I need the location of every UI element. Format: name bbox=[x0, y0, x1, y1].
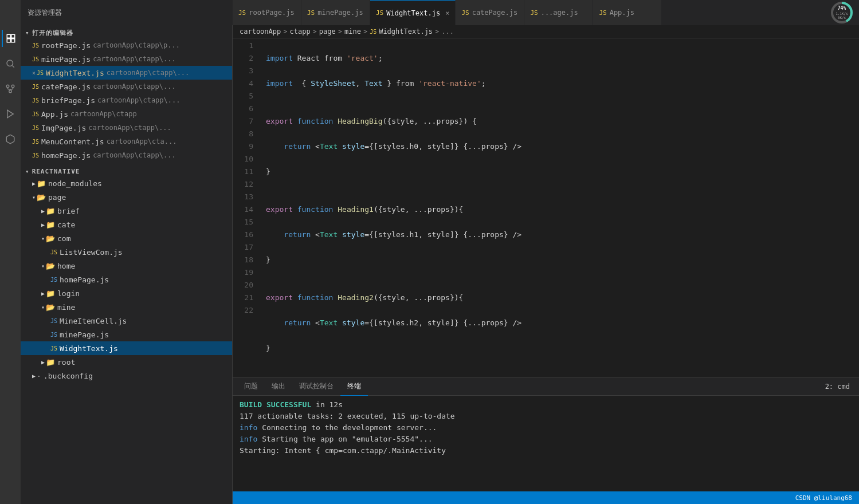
file-name: WidghtText.js bbox=[46, 69, 104, 77]
breadcrumb-sep: > bbox=[283, 27, 287, 36]
open-file-MenuContent[interactable]: JS MenuContent.js cartoonApp\cta... bbox=[21, 135, 232, 148]
search-icon[interactable] bbox=[2, 55, 19, 72]
svg-point-12 bbox=[6, 85, 9, 88]
folder-icon: 📁 bbox=[46, 358, 55, 367]
open-editors-list: JS rootPage.js cartoonApp\ctapp\p... JS … bbox=[21, 38, 232, 162]
js-breadcrumb-icon: JS bbox=[370, 29, 376, 35]
file-path: cartoonApp\ctapp\... bbox=[107, 69, 190, 77]
breadcrumb-page[interactable]: page bbox=[319, 27, 336, 36]
tab-rootPage[interactable]: JS rootPage.js bbox=[233, 0, 301, 25]
line-numbers: 123456 789101112 131415161718 19202122 bbox=[233, 38, 261, 377]
breadcrumb-ellipsis: ... bbox=[441, 27, 454, 36]
tree-mine[interactable]: ▾ 📂 mine bbox=[21, 300, 232, 314]
svg-marker-15 bbox=[7, 110, 14, 118]
tab-WidghtText[interactable]: JS WidghtText.js × bbox=[370, 0, 456, 25]
open-file-catePage[interactable]: JS catePage.js cartoonApp\ctapp\... bbox=[21, 80, 232, 93]
folder-label: page bbox=[48, 193, 66, 202]
js-file-icon: JS bbox=[37, 70, 44, 76]
tab-App[interactable]: JS App.js bbox=[593, 0, 662, 25]
folder-icon: 📂 bbox=[46, 262, 55, 270]
tree-home[interactable]: ▾ 📂 home bbox=[21, 259, 232, 273]
open-file-rootPage[interactable]: JS rootPage.js cartoonApp\ctapp\p... bbox=[21, 38, 232, 52]
js-file-icon: JS bbox=[32, 97, 39, 104]
chevron-right-icon: ▶ bbox=[41, 208, 45, 214]
terminal-line-2: 117 actionable tasks: 2 executed, 115 up… bbox=[240, 411, 852, 422]
terminal-content[interactable]: BUILD SUCCESSFUL in 12s 117 actionable t… bbox=[233, 396, 859, 491]
tree-homePage[interactable]: JS homePage.js bbox=[21, 273, 232, 286]
tree-node_modules[interactable]: ▶ 📁 node_modules bbox=[21, 176, 232, 190]
terminal-text: Starting: Intent { cmp=com.ctapp/.MainAc… bbox=[240, 446, 446, 455]
tree-buckconfig[interactable]: ▶ · .buckconfig bbox=[21, 369, 232, 383]
folder-label: home bbox=[57, 262, 75, 270]
extensions-icon[interactable] bbox=[2, 131, 19, 148]
tree-com[interactable]: ▾ 📂 com bbox=[21, 231, 232, 245]
js-file-icon: JS bbox=[32, 111, 39, 117]
panel-tab-issues[interactable]: 问题 bbox=[237, 377, 265, 396]
file-label: homePage.js bbox=[60, 275, 109, 284]
svg-text:74%: 74% bbox=[838, 6, 846, 11]
tree-ListViewCom[interactable]: JS ListViewCom.js bbox=[21, 245, 232, 259]
debug-icon[interactable] bbox=[2, 105, 19, 123]
js-icon: JS bbox=[461, 9, 469, 17]
tree-cate[interactable]: ▶ 📁 cate bbox=[21, 218, 232, 231]
js-icon: JS bbox=[530, 9, 538, 17]
js-icon: JS bbox=[599, 9, 606, 17]
open-editors-header[interactable]: ▾ 打开的编辑器 bbox=[21, 25, 232, 38]
js-file-icon: JS bbox=[50, 332, 57, 338]
file-label: minePage.js bbox=[60, 330, 109, 339]
tree-WidghtText[interactable]: JS WidghtText.js bbox=[21, 341, 232, 355]
breadcrumb-sep: > bbox=[338, 27, 342, 36]
tree-page[interactable]: ▾ 📂 page bbox=[21, 190, 232, 204]
panel-tab-output[interactable]: 输出 bbox=[265, 377, 292, 396]
file-icon: · bbox=[37, 372, 41, 380]
open-file-homePage[interactable]: JS homePage.js cartoonApp\ctapp\... bbox=[21, 148, 232, 162]
code-line-8: export function Heading1({style, ...prop… bbox=[266, 203, 854, 216]
file-tree: ▶ 📁 node_modules ▾ 📂 page ▶ 📁 brief bbox=[21, 176, 232, 504]
tree-login[interactable]: ▶ 📁 login bbox=[21, 286, 232, 300]
code-line-9: return <Text style={[styles.h1, style]} … bbox=[266, 229, 854, 241]
js-file-icon: JS bbox=[50, 249, 57, 255]
panel-tab-label: 问题 bbox=[244, 381, 258, 391]
chevron-right-icon: ▶ bbox=[41, 359, 45, 365]
tree-minePage[interactable]: JS minePage.js bbox=[21, 328, 232, 341]
tree-MineItemCell[interactable]: JS MineItemCell.js bbox=[21, 314, 232, 328]
breadcrumb-file[interactable]: WidghtText.js bbox=[379, 27, 433, 36]
js-icon: JS bbox=[376, 9, 383, 17]
chevron-right-icon: ▶ bbox=[41, 222, 45, 228]
open-file-App[interactable]: JS App.js cartoonApp\ctapp bbox=[21, 107, 232, 121]
code-content[interactable]: import React from 'react'; import { Styl… bbox=[261, 38, 859, 377]
breadcrumb-ctapp[interactable]: ctapp bbox=[289, 27, 310, 36]
folder-icon: 📂 bbox=[37, 193, 46, 202]
folder-icon: 📂 bbox=[46, 234, 55, 243]
svg-line-10 bbox=[12, 65, 14, 67]
tab-catePage[interactable]: JS catePage.js bbox=[456, 0, 524, 25]
open-file-WidghtText[interactable]: × JS WidghtText.js cartoonApp\ctapp\... bbox=[21, 66, 232, 80]
chevron-right-icon: ▶ bbox=[32, 373, 36, 379]
tab-close-button[interactable]: × bbox=[445, 9, 449, 17]
svg-point-13 bbox=[11, 85, 14, 88]
panel-tabs-bar: 问题 输出 调试控制台 终端 2: cmd bbox=[233, 377, 859, 396]
folder-label: mine bbox=[57, 303, 75, 312]
file-path: cartoonApp\ctapp bbox=[70, 110, 137, 118]
git-icon[interactable] bbox=[2, 80, 19, 97]
tab-label: rootPage.js bbox=[249, 9, 294, 17]
code-editor[interactable]: 123456 789101112 131415161718 19202122 i… bbox=[233, 38, 859, 377]
breadcrumb-app[interactable]: cartoonApp bbox=[240, 27, 281, 36]
open-file-minePage[interactable]: JS minePage.js cartoonApp\ctapp\... bbox=[21, 52, 232, 66]
code-line-1: import React from 'react'; bbox=[266, 52, 854, 65]
tab-minePage[interactable]: JS minePage.js bbox=[301, 0, 370, 25]
tree-brief[interactable]: ▶ 📁 brief bbox=[21, 204, 232, 218]
panel-tab-debug[interactable]: 调试控制台 bbox=[292, 377, 340, 396]
panel-tab-terminal[interactable]: 终端 bbox=[340, 377, 368, 396]
open-file-ImgPage[interactable]: JS ImgPage.js cartoonApp\ctapp\... bbox=[21, 121, 232, 135]
breadcrumb-sep: > bbox=[313, 27, 317, 36]
breadcrumb-mine[interactable]: mine bbox=[344, 27, 361, 36]
close-icon[interactable]: × bbox=[32, 70, 36, 76]
file-name: ImgPage.js bbox=[41, 124, 86, 132]
svg-rect-6 bbox=[11, 34, 15, 38]
reactnative-header[interactable]: ▾ REACTNATIVE bbox=[21, 164, 232, 176]
tab-page2[interactable]: JS ...age.js bbox=[524, 0, 593, 25]
open-file-briefPage[interactable]: JS briefPage.js cartoonApp\ctapp\... bbox=[21, 93, 232, 107]
tree-root[interactable]: ▶ 📁 root bbox=[21, 355, 232, 369]
explorer-icon[interactable] bbox=[2, 30, 19, 47]
